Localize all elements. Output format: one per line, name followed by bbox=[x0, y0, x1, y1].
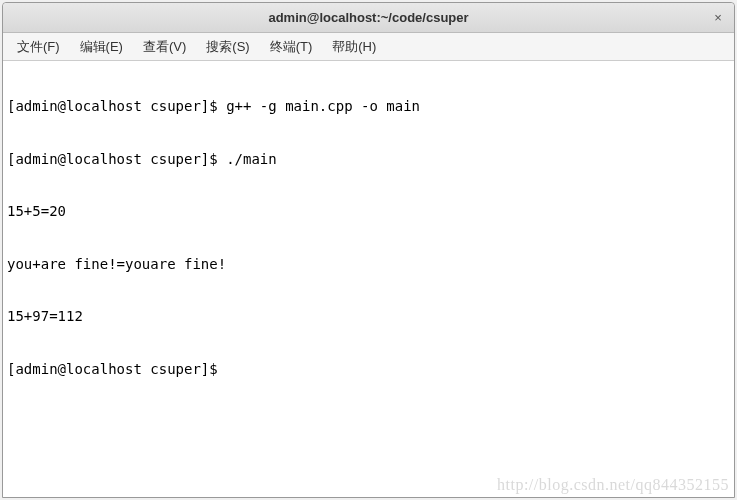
menu-terminal[interactable]: 终端(T) bbox=[262, 34, 321, 60]
menubar: 文件(F) 编辑(E) 查看(V) 搜索(S) 终端(T) 帮助(H) bbox=[3, 33, 734, 61]
terminal-prompt-line: [admin@localhost csuper]$ bbox=[7, 361, 730, 379]
menu-help[interactable]: 帮助(H) bbox=[324, 34, 384, 60]
window-title: admin@localhost:~/code/csuper bbox=[268, 10, 468, 25]
titlebar: admin@localhost:~/code/csuper × bbox=[3, 3, 734, 33]
menu-file[interactable]: 文件(F) bbox=[9, 34, 68, 60]
terminal-line: 15+5=20 bbox=[7, 203, 730, 221]
close-icon[interactable]: × bbox=[710, 9, 726, 25]
menu-view[interactable]: 查看(V) bbox=[135, 34, 194, 60]
terminal-prompt-text: [admin@localhost csuper]$ bbox=[7, 361, 226, 377]
terminal-window: admin@localhost:~/code/csuper × 文件(F) 编辑… bbox=[2, 2, 735, 498]
terminal-line: [admin@localhost csuper]$ g++ -g main.cp… bbox=[7, 98, 730, 116]
terminal-line: you+are fine!=youare fine! bbox=[7, 256, 730, 274]
menu-search[interactable]: 搜索(S) bbox=[198, 34, 257, 60]
terminal-line: 15+97=112 bbox=[7, 308, 730, 326]
menu-edit[interactable]: 编辑(E) bbox=[72, 34, 131, 60]
watermark: http://blog.csdn.net/qq844352155 bbox=[497, 476, 729, 494]
cursor-icon bbox=[226, 363, 234, 377]
terminal-line: [admin@localhost csuper]$ ./main bbox=[7, 151, 730, 169]
terminal-output[interactable]: [admin@localhost csuper]$ g++ -g main.cp… bbox=[3, 61, 734, 497]
